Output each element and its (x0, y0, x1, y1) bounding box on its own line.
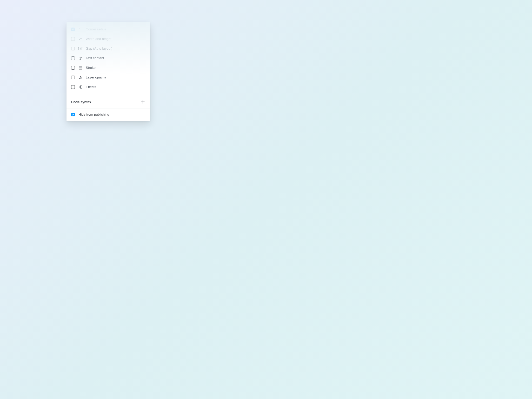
option-label: Width and height (86, 37, 111, 41)
effects-icon (78, 85, 83, 89)
option-label: Layer opacity (86, 75, 106, 79)
option-row-effects[interactable]: Effects (69, 82, 148, 92)
option-row-corner-radius[interactable]: Corner radius (69, 24, 148, 34)
plus-icon (141, 100, 145, 104)
checkbox-opacity[interactable] (71, 76, 75, 79)
option-label: Text content (86, 56, 104, 60)
checkbox-text[interactable] (71, 56, 75, 60)
resize-icon (78, 37, 83, 41)
gap-icon (78, 46, 83, 51)
svg-line-19 (79, 85, 79, 86)
option-row-opacity[interactable]: Layer opacity (69, 72, 148, 82)
stroke-icon (78, 65, 83, 70)
code-syntax-section[interactable]: Code syntax (66, 95, 150, 109)
checkbox-stroke[interactable] (71, 66, 75, 70)
corner-radius-icon (78, 27, 83, 32)
text-icon (78, 56, 83, 61)
option-row-width-height[interactable]: Width and height (69, 34, 148, 44)
opacity-icon (78, 75, 83, 80)
option-row-stroke[interactable]: Stroke (69, 63, 148, 72)
svg-line-20 (81, 88, 82, 88)
svg-line-0 (79, 38, 81, 40)
option-row-text[interactable]: Text content (69, 53, 148, 63)
svg-line-21 (79, 88, 79, 88)
svg-rect-8 (79, 68, 82, 68)
hide-from-publishing-row[interactable]: Hide from publishing (66, 109, 150, 121)
checkbox-corner-radius[interactable] (71, 28, 75, 31)
checkbox-width-height[interactable] (71, 37, 75, 41)
code-syntax-title: Code syntax (71, 100, 91, 104)
checkbox-hide-from-publishing[interactable] (71, 113, 75, 116)
option-row-gap[interactable]: Gap (Auto layout) (69, 44, 148, 53)
checkbox-gap[interactable] (71, 47, 75, 50)
option-label: Stroke (86, 66, 96, 70)
options-list: Corner radius Width and height (66, 22, 150, 95)
svg-rect-7 (79, 66, 82, 67)
properties-panel: Corner radius Width and height (66, 22, 150, 121)
option-label: Gap (Auto layout) (86, 46, 112, 50)
svg-line-13 (80, 76, 81, 77)
svg-rect-9 (79, 69, 82, 69)
svg-line-22 (81, 85, 82, 86)
add-code-syntax-button[interactable] (140, 99, 145, 104)
svg-point-14 (80, 86, 81, 88)
checkbox-effects[interactable] (71, 85, 75, 89)
hide-from-publishing-label: Hide from publishing (78, 112, 109, 116)
option-label: Effects (86, 85, 96, 89)
option-label: Corner radius (86, 27, 107, 31)
